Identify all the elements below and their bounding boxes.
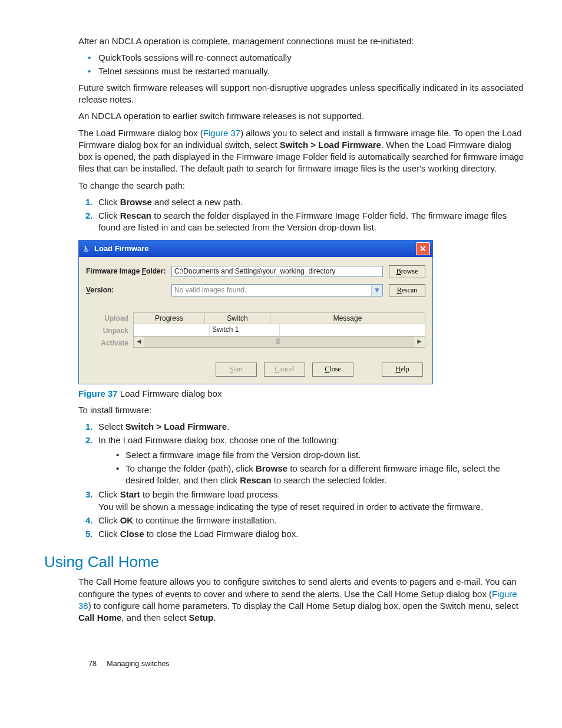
col-message: Message [270, 313, 425, 324]
java-cup-icon [82, 245, 91, 253]
intro-p3: An NDCLA operation to earlier switch fir… [78, 110, 527, 122]
step-2: In the Load Firmware dialog box, choose … [78, 434, 527, 486]
intro-p2: Future switch firmware releases will sup… [78, 82, 527, 106]
list-item: Telnet sessions must be restarted manual… [78, 65, 527, 77]
close-dialog-button[interactable]: Close [312, 363, 353, 377]
browse-button[interactable]: Browse [389, 265, 425, 278]
page-footer: 78 Managing switches [88, 659, 170, 669]
horizontal-scrollbar[interactable]: ◄ ► [133, 337, 425, 348]
intro-p5: To change the search path: [78, 180, 527, 192]
change-path-steps: Click Browse and select a new path. Clic… [78, 196, 527, 234]
step-1: Select Switch > Load Firmware. [78, 421, 527, 433]
list-item: Select a firmware image file from the Ve… [98, 449, 527, 461]
section-heading: Using Call Home [44, 552, 527, 572]
install-steps: Select Switch > Load Firmware. In the Lo… [78, 421, 527, 540]
step-4: Click OK to continue the firmware instal… [78, 515, 527, 526]
firmware-grid: Progress Switch Message Switch 1 ◄ ► [133, 312, 425, 350]
unpack-label: Unpack [86, 325, 128, 337]
page-number: 78 [88, 660, 97, 668]
step-5: Click Close to close the Load Firmware d… [78, 528, 527, 540]
version-label: Version: [86, 285, 171, 295]
intro-bullets: QuickTools sessions will re-connect auto… [78, 52, 527, 77]
col-progress: Progress [134, 313, 205, 324]
folder-label: Firmware Image Folder: [86, 266, 171, 276]
intro-p1: After an NDCLA operation is complete, ma… [78, 35, 527, 47]
svg-point-0 [84, 249, 88, 251]
upload-label: Upload [86, 312, 128, 325]
cell-progress [134, 324, 210, 336]
cell-switch: Switch 1 [210, 324, 280, 336]
scroll-track[interactable] [144, 337, 414, 347]
cell-message [280, 324, 425, 336]
list-item: To change the folder (path), click Brows… [98, 463, 527, 487]
load-firmware-dialog: Load Firmware Firmware Image Folder: C:\… [78, 240, 433, 384]
table-row: Switch 1 [133, 324, 425, 337]
intro-p4: The Load Firmware dialog box (Figure 37)… [78, 127, 527, 175]
scroll-right-icon[interactable]: ► [414, 337, 425, 347]
step-3: Click Start to begin the firmware load p… [78, 489, 527, 513]
folder-input[interactable]: C:\Documents and Settings\your_working_d… [171, 266, 383, 277]
section-p1: The Call Home feature allows you to conf… [78, 576, 527, 624]
version-select[interactable]: No valid images found. ▼ [171, 284, 383, 297]
step-1: Click Browse and select a new path. [78, 196, 527, 208]
chevron-down-icon: ▼ [371, 285, 382, 296]
phase-labels: Upload Unpack Activate [86, 312, 133, 350]
list-item: QuickTools sessions will re-connect auto… [78, 52, 527, 64]
figure-37-link[interactable]: Figure 37 [203, 128, 240, 138]
footer-title: Managing switches [107, 660, 169, 668]
rescan-button[interactable]: Rescan [389, 284, 425, 297]
dialog-titlebar: Load Firmware [79, 241, 432, 257]
help-button[interactable]: Help [382, 363, 423, 377]
scroll-left-icon[interactable]: ◄ [134, 337, 144, 347]
page-content: After an NDCLA operation is complete, ma… [78, 35, 527, 624]
dialog-body: Firmware Image Folder: C:\Documents and … [79, 257, 432, 384]
cancel-button[interactable]: Cancel [264, 363, 305, 377]
activate-label: Activate [86, 337, 128, 350]
step-2: Click Rescan to search the folder displa… [78, 210, 527, 234]
install-intro: To install firmware: [78, 404, 527, 416]
scroll-thumb[interactable] [276, 338, 280, 344]
col-switch: Switch [205, 313, 270, 324]
start-button[interactable]: Start [216, 363, 257, 377]
close-button[interactable] [416, 242, 430, 255]
dialog-title: Load Firmware [94, 243, 148, 254]
figure-caption: Figure 37 Load Firmware dialog box [78, 388, 527, 400]
